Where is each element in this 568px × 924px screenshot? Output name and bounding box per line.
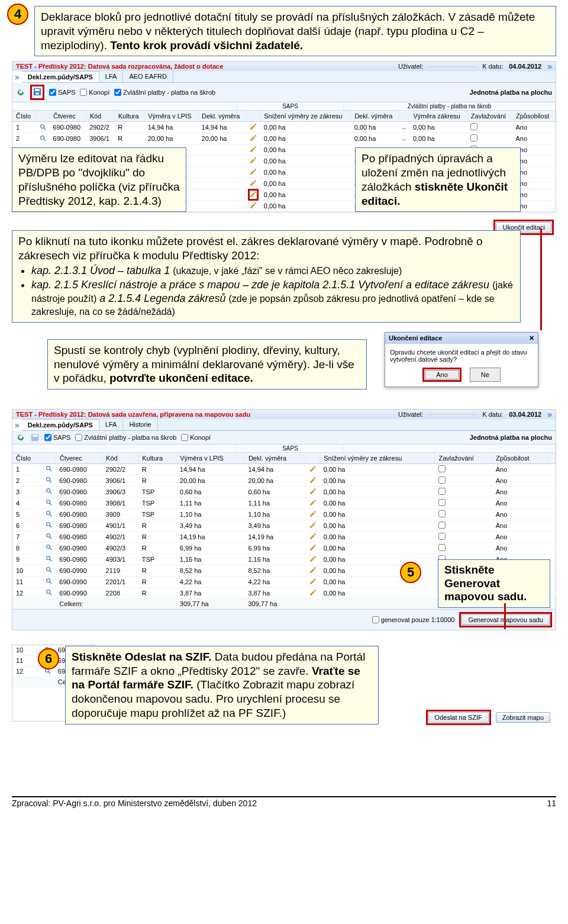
zavlaz-checkbox[interactable] bbox=[435, 520, 492, 531]
col-vymera-lpis-2[interactable]: Výměra v LPIS bbox=[176, 453, 245, 464]
edit-icon[interactable] bbox=[306, 565, 320, 576]
zavlaz-checkbox[interactable] bbox=[435, 531, 492, 542]
zavlaz-checkbox[interactable] bbox=[435, 542, 492, 553]
save-icon-2[interactable] bbox=[30, 433, 40, 442]
magnify-icon[interactable] bbox=[42, 497, 56, 508]
magnify-icon[interactable] bbox=[42, 475, 56, 486]
edit-icon[interactable] bbox=[306, 520, 320, 531]
magnify-icon[interactable] bbox=[42, 587, 56, 598]
col-snizeni-2[interactable]: Snížení výměry ze zákresu bbox=[320, 453, 435, 464]
edit-icon[interactable] bbox=[246, 178, 260, 189]
dialog-yes-button[interactable]: Ano bbox=[425, 370, 459, 379]
col-dekl-vymera-2[interactable]: Dekl. výměra bbox=[244, 453, 305, 464]
chk-saps-2[interactable]: SAPS bbox=[44, 434, 70, 441]
zobrazit-button[interactable]: Zobrazit mapu bbox=[496, 712, 550, 723]
table-row[interactable]: 6 690-09804901/1R3,49 ha3,49 ha 0,00 ha … bbox=[12, 520, 556, 531]
table-row[interactable]: 1 690-09802902/2R14,94 ha14,94 ha 0,00 h… bbox=[12, 122, 556, 133]
tab-saps[interactable]: Dekl.zem.půdy/SAPS bbox=[22, 71, 99, 82]
col-ctverec-2[interactable]: Čtverec bbox=[56, 453, 102, 464]
magnify-icon[interactable] bbox=[42, 486, 56, 497]
edit-icon[interactable] bbox=[246, 144, 260, 156]
table-row[interactable]: 5 690-09803909TSP1,10 ha1,10 ha 0,00 ha … bbox=[12, 508, 556, 520]
zavlaz-checkbox[interactable] bbox=[467, 122, 512, 133]
col-snizeni[interactable]: Snížení výměry ze zákresu bbox=[260, 111, 351, 122]
refresh-icon[interactable] bbox=[16, 88, 25, 97]
col-dekl-vymera2[interactable]: Dekl. výměra bbox=[351, 111, 399, 122]
collapse-icon[interactable]: » bbox=[12, 74, 22, 80]
magnify-icon[interactable] bbox=[42, 553, 56, 565]
magnify-icon[interactable] bbox=[42, 576, 56, 587]
col-cislo-2[interactable]: Číslo bbox=[12, 453, 42, 464]
arrow-icon[interactable] bbox=[399, 133, 409, 144]
tab-historie-2[interactable]: Historie bbox=[123, 419, 157, 430]
tab-aeo[interactable]: AEO EAFRD bbox=[123, 71, 173, 82]
edit-icon[interactable] bbox=[306, 542, 320, 553]
edit-icon[interactable] bbox=[306, 531, 320, 542]
table-row[interactable]: 4 690-09803908/1TSP1,11 ha1,11 ha 0,00 h… bbox=[12, 497, 556, 508]
edit-icon[interactable] bbox=[306, 463, 320, 475]
save-icon[interactable] bbox=[33, 87, 42, 96]
col-vymera-zakresu[interactable]: Výměra zákresu bbox=[409, 111, 467, 122]
expand-icon-2[interactable]: » bbox=[547, 411, 552, 417]
magnify-icon[interactable] bbox=[42, 565, 56, 576]
edit-icon[interactable] bbox=[306, 553, 320, 565]
col-cislo[interactable]: Číslo bbox=[12, 111, 36, 122]
expand-icon[interactable]: » bbox=[547, 63, 552, 69]
zavlaz-checkbox[interactable] bbox=[435, 497, 492, 508]
zavlaz-checkbox[interactable] bbox=[435, 486, 492, 497]
magnify-icon[interactable] bbox=[42, 531, 56, 542]
col-kultura-2[interactable]: Kultura bbox=[138, 453, 176, 464]
table-row[interactable]: 8 690-09804902/3R6,99 ha6,99 ha 0,00 ha … bbox=[12, 542, 556, 553]
chk-zvlastni-2[interactable]: Zvláštní platby - platba na škrob bbox=[75, 434, 176, 441]
table-row[interactable]: 1 690-09802902/2R14,94 ha14,94 ha 0,00 h… bbox=[12, 463, 556, 475]
edit-icon[interactable] bbox=[246, 133, 260, 144]
magnify-icon[interactable] bbox=[42, 463, 56, 475]
chk-konopi[interactable]: Konopí bbox=[80, 89, 109, 96]
col-kod-2[interactable]: Kód bbox=[102, 453, 138, 464]
edit-icon[interactable] bbox=[246, 156, 260, 167]
magnify-icon[interactable] bbox=[36, 122, 50, 133]
col-zpusob-2[interactable]: Způsobilost bbox=[492, 453, 547, 464]
magnify-icon[interactable] bbox=[36, 133, 50, 144]
refresh-icon-2[interactable] bbox=[16, 433, 25, 442]
table-row[interactable]: 2 690-09803906/1R20,00 ha20,00 ha 0,00 h… bbox=[12, 133, 556, 144]
edit-icon[interactable] bbox=[246, 189, 260, 201]
zavlaz-checkbox[interactable] bbox=[435, 475, 492, 486]
collapse-icon-2[interactable]: » bbox=[12, 422, 22, 428]
edit-icon[interactable] bbox=[306, 587, 320, 598]
edit-icon[interactable] bbox=[306, 486, 320, 497]
table-row[interactable]: 2 690-09803906/1R20,00 ha20,00 ha 0,00 h… bbox=[12, 475, 556, 486]
chk-saps[interactable]: SAPS bbox=[49, 89, 75, 96]
magnify-icon[interactable] bbox=[42, 508, 56, 520]
chk-zvlastni[interactable]: Zvláštní platby - platba na škrob bbox=[114, 89, 215, 96]
tab-lfa[interactable]: LFA bbox=[99, 71, 124, 82]
col-vymera-lpis[interactable]: Výměra v LPIS bbox=[144, 111, 198, 122]
table-row[interactable]: 3 690-09803906/3TSP0,60 ha0,60 ha 0,00 h… bbox=[12, 486, 556, 497]
edit-icon[interactable] bbox=[306, 508, 320, 520]
edit-icon[interactable] bbox=[306, 475, 320, 486]
edit-icon[interactable] bbox=[306, 497, 320, 508]
col-zavlaz-2[interactable]: Zavlažování bbox=[435, 453, 492, 464]
col-kultura[interactable]: Kultura bbox=[114, 111, 144, 122]
dialog-no-button[interactable]: Ne bbox=[470, 368, 501, 382]
odeslat-button[interactable]: Odeslat na SZIF bbox=[428, 712, 489, 723]
edit-icon[interactable] bbox=[246, 167, 260, 178]
zavlaz-checkbox[interactable] bbox=[467, 133, 512, 144]
arrow-icon[interactable] bbox=[399, 122, 409, 133]
close-icon[interactable]: ✕ bbox=[529, 334, 534, 342]
col-zpusob[interactable]: Způsobilost bbox=[512, 111, 555, 122]
edit-icon[interactable] bbox=[246, 122, 260, 133]
zavlaz-checkbox[interactable] bbox=[435, 508, 492, 520]
tab-saps-2[interactable]: Dekl.zem.půdy/SAPS bbox=[22, 419, 99, 430]
chk-konopi-2[interactable]: Konopí bbox=[181, 434, 211, 441]
edit-icon[interactable] bbox=[306, 576, 320, 587]
zavlaz-checkbox[interactable] bbox=[435, 463, 492, 475]
col-zavlaz[interactable]: Zavlažování bbox=[467, 111, 512, 122]
tab-lfa-2[interactable]: LFA bbox=[99, 419, 124, 430]
edit-icon[interactable] bbox=[246, 201, 260, 212]
table-row[interactable]: 7 690-09804902/1R14,19 ha14,19 ha 0,00 h… bbox=[12, 531, 556, 542]
magnify-icon[interactable] bbox=[42, 520, 56, 531]
col-kod[interactable]: Kód bbox=[86, 111, 114, 122]
col-ctverec[interactable]: Čtverec bbox=[50, 111, 86, 122]
magnify-icon[interactable] bbox=[42, 542, 56, 553]
